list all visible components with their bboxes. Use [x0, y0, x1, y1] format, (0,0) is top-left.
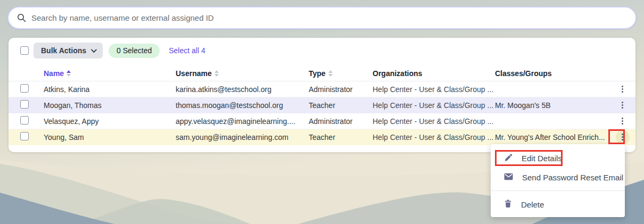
menu-item-label: Send Password Reset Email	[522, 173, 623, 182]
cell-type: Teacher	[309, 101, 373, 110]
chevron-down-icon	[91, 47, 97, 53]
envelope-icon	[504, 173, 513, 182]
select-all-link[interactable]: Select all 4	[169, 46, 205, 55]
select-all-checkbox[interactable]	[20, 46, 29, 55]
search-input[interactable]	[31, 13, 627, 22]
cell-classes-groups: Mr. Young's After School Enrich...	[495, 133, 609, 142]
cell-type: Administrator	[309, 85, 373, 94]
kebab-highlight	[616, 114, 630, 128]
cell-name: Velasquez, Appy	[44, 117, 176, 126]
table-row[interactable]: Young, Sam sam.young@imaginelearning.com…	[9, 129, 635, 145]
kebab-menu-icon[interactable]	[619, 116, 626, 126]
kebab-menu-icon[interactable]	[619, 84, 626, 94]
kebab-menu-icon[interactable]	[619, 100, 626, 110]
row-checkbox[interactable]	[20, 100, 29, 109]
cell-organizations: Help Center - User & Class/Group ...	[373, 85, 495, 94]
cell-username: sam.young@imaginelearning.com	[176, 133, 309, 142]
cell-type: Administrator	[309, 117, 373, 126]
table-header-row: NameUsernameTypeOrganizationsClasses/Gro…	[9, 65, 635, 81]
search-icon	[17, 13, 26, 22]
menu-item-send-password-reset-email[interactable]: Send Password Reset Email	[491, 168, 625, 187]
sort-icon	[214, 70, 219, 77]
cell-organizations: Help Center - User & Class/Group ...	[373, 117, 495, 126]
cell-username: appy.velasquez@imaginelearning....	[176, 117, 309, 126]
column-header-username[interactable]: Username	[176, 69, 309, 78]
bulk-actions-toolbar: Bulk Actions 0 Selected Select all 4	[9, 42, 635, 59]
annotation-box-kebab-icon	[608, 129, 625, 144]
table-row[interactable]: Atkins, Karina karina.atkins@testschool.…	[9, 81, 635, 97]
cell-name: Atkins, Karina	[44, 85, 176, 94]
annotation-box-edit-details	[495, 150, 563, 166]
cell-name: Young, Sam	[44, 133, 176, 142]
cell-username: thomas.moogan@testschool.org	[176, 101, 309, 110]
user-table-panel: Bulk Actions 0 Selected Select all 4 Nam…	[9, 38, 635, 152]
cell-organizations: Help Center - User & Class/Group ...	[373, 101, 495, 110]
menu-divider	[491, 190, 625, 191]
kebab-highlight	[616, 82, 630, 96]
column-header-type[interactable]: Type	[309, 69, 373, 78]
column-header-label: Type	[309, 69, 326, 78]
table-row[interactable]: Velasquez, Appy appy.velasquez@imaginele…	[9, 113, 635, 129]
column-header-label: Organizations	[373, 69, 422, 78]
row-checkbox[interactable]	[20, 84, 29, 93]
menu-item-delete[interactable]: Delete	[491, 195, 625, 214]
column-header-classes-groups: Classes/Groups	[495, 69, 609, 78]
menu-item-label: Delete	[521, 200, 544, 209]
cell-name: Moogan, Thomas	[44, 101, 176, 110]
search-bar	[7, 6, 637, 29]
column-header-name[interactable]: Name	[44, 69, 176, 78]
screen: Bulk Actions 0 Selected Select all 4 Nam…	[0, 0, 644, 224]
cell-organizations: Help Center - User & Class/Group ...	[373, 133, 495, 142]
cell-classes-groups: Mr. Moogan's 5B	[495, 101, 609, 110]
selected-count-badge: 0 Selected	[109, 44, 160, 58]
row-checkbox[interactable]	[20, 116, 29, 125]
column-header-organizations: Organizations	[373, 69, 495, 78]
kebab-highlight	[616, 98, 630, 112]
column-header-label: Classes/Groups	[495, 69, 552, 78]
row-checkbox[interactable]	[20, 132, 29, 140]
trash-icon	[504, 200, 512, 210]
cell-username: karina.atkins@testschool.org	[176, 85, 309, 94]
column-header-label: Name	[44, 69, 64, 78]
cell-type: Teacher	[309, 133, 373, 142]
table-row[interactable]: Moogan, Thomas thomas.moogan@testschool.…	[9, 97, 635, 113]
table-body: Atkins, Karina karina.atkins@testschool.…	[9, 81, 635, 145]
bulk-actions-label: Bulk Actions	[41, 46, 86, 55]
column-header-label: Username	[176, 69, 212, 78]
bulk-actions-button[interactable]: Bulk Actions	[34, 43, 103, 59]
sort-icon	[67, 70, 71, 77]
sort-icon	[328, 70, 333, 77]
